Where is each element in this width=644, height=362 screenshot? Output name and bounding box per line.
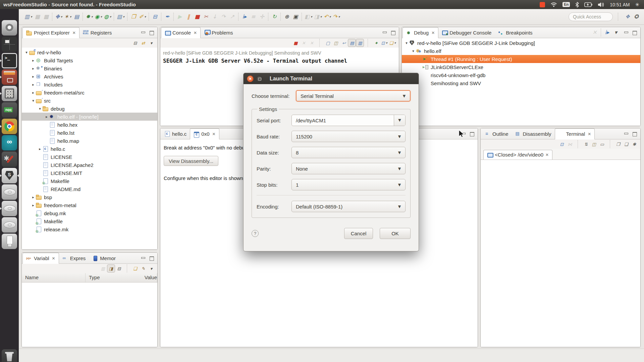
- binary-file-button[interactable]: ▤▾: [72, 12, 81, 22]
- field-select[interactable]: 115200 ▼: [291, 131, 406, 142]
- workspace-switcher-icon[interactable]: [2, 37, 17, 52]
- debug-tree-item[interactable]: red-v-hello [SiFive GDB SEGGER J-Link De…: [402, 39, 640, 47]
- tree-item[interactable]: Binaries: [22, 64, 157, 72]
- minimize-view-button[interactable]: [623, 131, 629, 136]
- tree-item[interactable]: hello.map: [22, 137, 157, 145]
- cancel-button[interactable]: Cancel: [344, 228, 373, 239]
- debug-tree-item[interactable]: hello.elf: [402, 47, 640, 55]
- tree-item[interactable]: LICENSE.MIT: [22, 169, 157, 177]
- terminal-session-tab[interactable]: <Closed> /dev/video0 ✕: [483, 150, 552, 160]
- minimize-view-button[interactable]: [381, 30, 387, 35]
- column-header[interactable]: Value: [141, 273, 157, 282]
- tree-item[interactable]: Makefile: [22, 177, 157, 185]
- tree-item[interactable]: Makefile: [22, 217, 157, 225]
- maximize-view-button[interactable]: [469, 131, 475, 136]
- annotation-pen-button[interactable]: ✒▾: [163, 12, 172, 22]
- view-tab[interactable]: Expres ✕: [59, 253, 89, 263]
- clock[interactable]: 10:51 AM: [610, 2, 630, 7]
- memory-view-button[interactable]: ▣▾: [291, 12, 300, 22]
- pin-terminal-button[interactable]: ⇅: [582, 140, 590, 148]
- editor-tab[interactable]: 0x0 ✕: [190, 128, 219, 139]
- view-tab[interactable]: Debug ✕: [402, 27, 438, 38]
- field-select[interactable]: None ▼: [291, 163, 406, 174]
- debug-config-button[interactable]: ❉▾: [54, 12, 63, 22]
- console-view-button[interactable]: ⊟▾: [151, 12, 159, 22]
- minimize-view-button[interactable]: [140, 255, 146, 261]
- instruction-stepping-button[interactable]: i▸▾: [240, 12, 249, 22]
- run-button[interactable]: ◉▾: [94, 12, 103, 22]
- disk-3-icon[interactable]: [2, 217, 17, 233]
- view-disassembly-button[interactable]: View Disassembly...: [164, 156, 218, 166]
- view-tab[interactable]: Outline ✕: [481, 128, 512, 139]
- chrome-icon[interactable]: [2, 119, 17, 134]
- debug-button[interactable]: ✸▾: [85, 12, 94, 22]
- resume-button[interactable]: ▶▾: [175, 12, 184, 22]
- profiling-button[interactable]: ◨▾: [313, 12, 323, 22]
- disk-1-icon[interactable]: [2, 184, 17, 200]
- maximize-view-button[interactable]: [632, 131, 638, 136]
- save-all-button[interactable]: ▩▾: [42, 12, 51, 22]
- mark-occurrences-button[interactable]: ✐▾: [138, 12, 147, 22]
- remove-all-launches-button[interactable]: ✕▾: [308, 39, 316, 47]
- close-tab-icon[interactable]: ✕: [72, 31, 76, 35]
- tree-item[interactable]: red-v-hello: [22, 48, 157, 56]
- tree-item[interactable]: hello.c: [22, 145, 157, 153]
- trash-icon[interactable]: [2, 349, 17, 362]
- debug-tree-item[interactable]: JLinkGDBServerCLExe: [402, 63, 640, 71]
- view-tab[interactable]: Breakpoints ✕: [495, 27, 536, 38]
- show-full-paths-button[interactable]: ≡▾: [249, 12, 258, 22]
- view-menu-button[interactable]: ▾: [147, 264, 155, 273]
- view-tab[interactable]: Disassembly ✕: [512, 128, 555, 139]
- display-console-button[interactable]: ⊡▾: [380, 39, 388, 47]
- view-tab[interactable]: Variabl ✕: [22, 253, 59, 264]
- open-console-button[interactable]: ❏▾: [388, 39, 397, 47]
- tree-item[interactable]: Archives: [22, 72, 157, 80]
- close-tab-icon[interactable]: ✕: [212, 132, 216, 136]
- view-tab[interactable]: Terminal ✕: [555, 128, 595, 139]
- field-select[interactable]: 1 ▼: [291, 179, 406, 190]
- word-wrap-button[interactable]: ↩▾: [340, 39, 348, 47]
- help-button[interactable]: ?: [252, 230, 259, 237]
- close-tab-icon[interactable]: ✕: [431, 31, 435, 35]
- back-history-button[interactable]: ↶▾: [323, 12, 332, 22]
- view-tab[interactable]: Console ✕: [161, 27, 201, 38]
- debug-tree-item[interactable]: Thread #1 (Running : User Request): [402, 55, 640, 63]
- tree-item[interactable]: Build Targets: [22, 56, 157, 64]
- edit-expression-button[interactable]: ✎: [139, 264, 147, 273]
- dialog-close-button[interactable]: ✕: [247, 75, 254, 82]
- view-tab[interactable]: Registers ✕: [79, 27, 115, 38]
- refresh-debug-button[interactable]: ↻▾: [270, 12, 279, 22]
- remove-launch-button[interactable]: ✕▾: [300, 39, 308, 47]
- dialog-restore-button[interactable]: [256, 76, 262, 82]
- scroll-lock-button[interactable]: ◫: [590, 140, 598, 148]
- link-with-editor-button[interactable]: ⇄: [139, 39, 147, 47]
- disconnect-button[interactable]: ✂▾: [202, 12, 210, 22]
- notepadqq-icon[interactable]: [2, 102, 17, 118]
- debug-tree-item[interactable]: Semihosting and SWV: [402, 79, 640, 87]
- step-filters-button[interactable]: ✢▾: [258, 12, 266, 22]
- terminal-settings-button[interactable]: ✱: [630, 140, 638, 148]
- view-menu-button[interactable]: ▾: [611, 27, 620, 38]
- new-expression-button[interactable]: ❑: [131, 264, 139, 273]
- command-input-button[interactable]: ▭: [598, 140, 606, 148]
- tree-item[interactable]: bsp: [22, 193, 157, 201]
- column-header[interactable]: Name: [22, 273, 86, 282]
- editor-tab[interactable]: hello.c ✕: [161, 128, 190, 139]
- view-tab[interactable]: Debugger Console ✕: [438, 27, 495, 38]
- ok-button[interactable]: OK: [380, 228, 411, 239]
- forward-history-button[interactable]: ↷▾: [332, 12, 341, 22]
- usb-drive-icon[interactable]: [2, 234, 17, 249]
- reset-board-button[interactable]: ⊕▾: [282, 12, 291, 22]
- volume-icon[interactable]: [598, 2, 604, 7]
- copy-button[interactable]: ❐: [614, 140, 622, 148]
- instruction-stepping-toggle[interactable]: i▸: [603, 27, 611, 38]
- tree-item[interactable]: LICENSE: [22, 153, 157, 161]
- quick-access-input[interactable]: [569, 12, 613, 21]
- minimize-view-button[interactable]: [623, 30, 629, 35]
- profile-button[interactable]: ◍▾: [103, 12, 112, 22]
- tree-item[interactable]: hello.hex: [22, 121, 157, 129]
- connect-terminal-button[interactable]: ⊡: [558, 140, 566, 148]
- tree-item[interactable]: src: [22, 97, 157, 105]
- field-select[interactable]: /dev/ttyACM1 ▼: [291, 115, 406, 126]
- maximize-view-button[interactable]: [632, 30, 638, 35]
